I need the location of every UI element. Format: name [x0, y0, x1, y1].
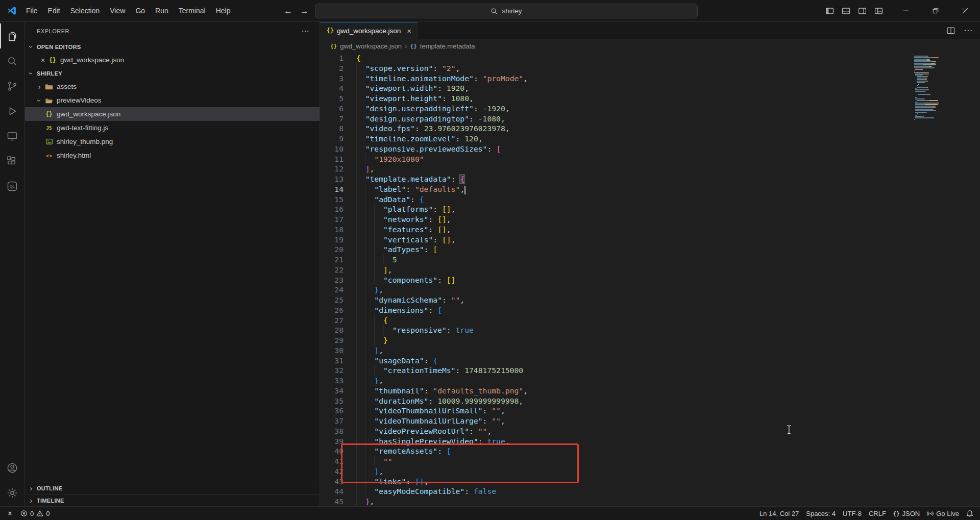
close-icon[interactable]: ×	[407, 27, 411, 35]
split-editor-icon[interactable]	[946, 26, 955, 35]
code-line[interactable]: "video.fps": 23.976023976023978,	[356, 123, 980, 134]
language-mode[interactable]: {} JSON	[890, 507, 923, 520]
code-line[interactable]: {	[356, 53, 980, 63]
code-line[interactable]: "design.userpaddingleft": -1920,	[356, 104, 980, 114]
chevron-down-icon[interactable]: ›	[35, 96, 43, 105]
code-line[interactable]: "remoteAssets": [	[356, 446, 980, 456]
menu-edit[interactable]: Edit	[43, 4, 65, 17]
code-line[interactable]: },	[356, 285, 980, 295]
activitybar-search[interactable]	[0, 48, 24, 73]
code-line[interactable]: "networks": [],	[356, 214, 980, 225]
code-line[interactable]: "1920x1080"	[356, 154, 980, 164]
activitybar-run-and-debug[interactable]	[0, 98, 24, 123]
code-line[interactable]: "videoThumbnailUrlLarge": "",	[356, 416, 980, 426]
code-line[interactable]: "components": []	[356, 275, 980, 285]
back-button[interactable]: ←	[282, 6, 294, 16]
section-timeline[interactable]: › TIMELINE	[25, 494, 320, 506]
tab-gwd-workspace-json[interactable]: {} gwd_workspace.json ×	[320, 22, 418, 39]
menu-view[interactable]: View	[105, 4, 130, 17]
accounts-button[interactable]	[0, 455, 24, 480]
code-line[interactable]: ],	[356, 265, 980, 275]
code-line[interactable]: ],	[356, 466, 980, 477]
section-open-editors[interactable]: › OPEN EDITORS	[25, 40, 320, 53]
tree-item-shirley-thumb-png[interactable]: shirley_thumb.png	[25, 135, 320, 148]
menu-run[interactable]: Run	[150, 4, 174, 17]
code-line[interactable]: }	[356, 335, 980, 345]
code-line[interactable]: "adData": {	[356, 194, 980, 205]
code-line[interactable]: "usageData": {	[356, 356, 980, 366]
code-line[interactable]: "scope.version": "2",	[356, 63, 980, 73]
code-line[interactable]: "creationTimeMs": 1748175215000	[356, 365, 980, 376]
indentation[interactable]: Spaces: 4	[802, 507, 839, 520]
go-live-button[interactable]: Go Live	[923, 507, 963, 520]
manage-button[interactable]	[0, 480, 24, 505]
menu-help[interactable]: Help	[211, 4, 236, 17]
breadcrumb-symbol[interactable]: template.metadata	[420, 42, 475, 50]
code-line[interactable]: "features": [],	[356, 225, 980, 235]
code-line[interactable]: "label": "defaults",	[356, 184, 980, 194]
menu-selection[interactable]: Selection	[65, 4, 105, 17]
open-editor-gwd-workspace-json[interactable]: × {} gwd_workspace.json	[25, 53, 320, 67]
remote-indicator[interactable]	[3, 507, 17, 520]
code-line[interactable]: },	[356, 497, 980, 506]
code-line[interactable]: "videoThumbnailUrlSmall": "",	[356, 406, 980, 416]
code-editor[interactable]: 1234567891011121314151617181920212223242…	[320, 53, 980, 506]
code-line[interactable]: 5	[356, 255, 980, 265]
tree-item-assets[interactable]: ›assets	[25, 80, 320, 93]
code-line[interactable]: "timeline.animationMode": "proMode",	[356, 73, 980, 84]
code-line[interactable]: {	[356, 315, 980, 326]
more-actions-icon[interactable]: ⋯	[964, 25, 972, 36]
code-line[interactable]: "platforms": [],	[356, 204, 980, 214]
code-line[interactable]: "durationMs": 10009.999999999998,	[356, 396, 980, 406]
code-line[interactable]: "responsive.previewedSizes": [	[356, 144, 980, 154]
problems-indicator[interactable]: 0 0	[17, 507, 53, 520]
notifications-bell[interactable]	[963, 507, 977, 520]
restore-button[interactable]	[921, 0, 950, 21]
section-workspace-root[interactable]: › SHIRLEY	[25, 67, 320, 80]
code-line[interactable]: "template.metadata": {	[356, 174, 980, 184]
cursor-position[interactable]: Ln 14, Col 27	[756, 507, 802, 520]
activitybar-extensions[interactable]	[0, 148, 24, 174]
code-line[interactable]: ""	[356, 456, 980, 466]
toggle-panel-icon[interactable]	[842, 7, 850, 15]
tree-item-gwd-workspace-json[interactable]: {}gwd_workspace.json	[25, 107, 320, 121]
minimap[interactable]	[913, 54, 945, 120]
tree-item-shirley-html[interactable]: <>shirley.html	[25, 148, 320, 162]
toggle-secondary-sidebar-icon[interactable]	[858, 7, 867, 15]
code-line[interactable]: "dimensions": [	[356, 305, 980, 315]
activitybar-explorer[interactable]	[0, 23, 24, 48]
tree-item-previewvideos[interactable]: ›previewVideos	[25, 93, 320, 107]
code-line[interactable]: "hasSinglePreviewVideo": true,	[356, 436, 980, 447]
close-button[interactable]	[950, 0, 980, 21]
activitybar-remote-explorer[interactable]	[0, 123, 24, 148]
code-line[interactable]: "verticals": [],	[356, 235, 980, 245]
code-line[interactable]: "viewport.width": 1920,	[356, 83, 980, 93]
chevron-right-icon[interactable]: ›	[35, 83, 44, 91]
code-line[interactable]: "timeline.zoomLevel": 120,	[356, 134, 980, 144]
section-outline[interactable]: › OUTLINE	[25, 482, 320, 494]
close-icon[interactable]: ×	[38, 56, 47, 64]
code-line[interactable]: "videoPreviewRootUrl": "",	[356, 426, 980, 436]
code-line[interactable]: },	[356, 376, 980, 386]
toggle-primary-sidebar-icon[interactable]	[825, 7, 834, 15]
activitybar-source-control[interactable]	[0, 73, 24, 98]
tree-item-gwd-text-fitting-js[interactable]: JSgwd-text-fitting.js	[25, 121, 320, 135]
code-line[interactable]: "design.userpaddingtop": -1080,	[356, 114, 980, 124]
code-line[interactable]: "viewport.height": 1080,	[356, 93, 980, 104]
code-line[interactable]: "dynamicSchema": "",	[356, 295, 980, 305]
menu-go[interactable]: Go	[130, 4, 150, 17]
minimize-button[interactable]	[891, 0, 921, 21]
forward-button[interactable]: →	[299, 6, 310, 16]
code-line[interactable]: ],	[356, 345, 980, 356]
menu-terminal[interactable]: Terminal	[174, 4, 211, 17]
activitybar-codeql[interactable]: QL	[0, 174, 24, 199]
encoding[interactable]: UTF-8	[839, 507, 865, 520]
search-box[interactable]: shirley	[315, 4, 698, 18]
code-line[interactable]: "responsive": true	[356, 325, 980, 335]
code-line[interactable]: "links": [],	[356, 477, 980, 487]
menu-file[interactable]: File	[21, 4, 43, 17]
code-area[interactable]: {"scope.version": "2","timeline.animatio…	[356, 53, 980, 506]
code-line[interactable]: "adTypes": [	[356, 244, 980, 255]
eol-sequence[interactable]: CRLF	[865, 507, 890, 520]
customize-layout-icon[interactable]	[874, 7, 883, 15]
